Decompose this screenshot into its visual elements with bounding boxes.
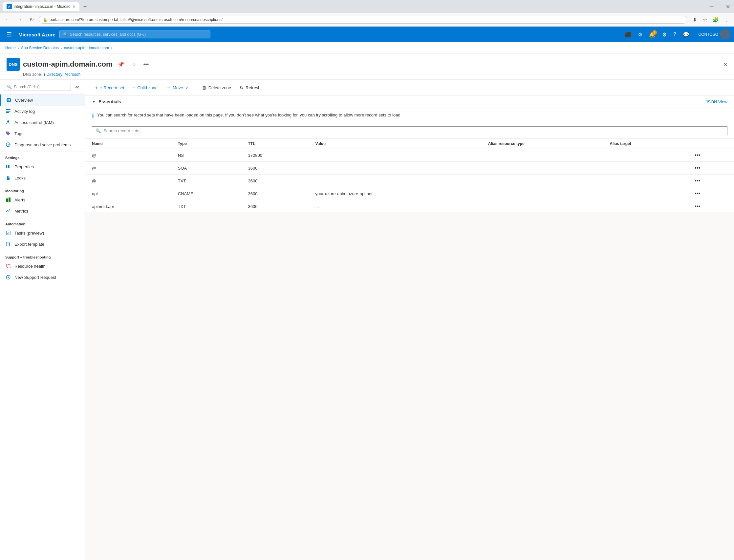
info-text: You can search for record sets that have… <box>97 112 402 118</box>
add-record-set-icon: + <box>95 85 98 90</box>
delete-zone-button[interactable]: 🗑 Delete zone <box>199 83 234 92</box>
sidebar-collapse-button[interactable]: ≪ <box>73 83 81 91</box>
reload-button[interactable]: ↻ <box>27 15 36 24</box>
move-button[interactable]: → Move ∨ <box>163 83 192 92</box>
browser-nav: ← → ↻ 🔒 portal.azure.com/?feature.custom… <box>0 13 734 26</box>
new-tab-button[interactable]: + <box>82 3 88 10</box>
tab-close-button[interactable]: ✕ <box>73 5 75 9</box>
breadcrumb-current[interactable]: custom-apim.domain.com <box>64 46 109 50</box>
cell-menu-2[interactable]: ••• <box>688 175 734 187</box>
sidebar-label-export-template: Export template <box>14 242 44 247</box>
refresh-label: Refresh <box>245 85 261 90</box>
sidebar-search[interactable]: 🔍 <box>4 83 71 91</box>
sidebar-item-activity-log[interactable]: Activity log <box>0 106 85 117</box>
main-layout: 🔍 ≪ Overview Activity log Access control… <box>0 80 734 560</box>
sidebar-item-tags[interactable]: Tags <box>0 128 85 139</box>
sidebar-search-input[interactable] <box>14 85 68 89</box>
more-button[interactable]: ⋮ <box>722 15 731 24</box>
sidebar-item-access-control[interactable]: Access control (IAM) <box>0 117 85 128</box>
sidebar-label-resource-health: Resource health <box>14 264 46 269</box>
search-records-input[interactable] <box>103 128 724 133</box>
sidebar-section-automation: Automation <box>0 218 85 227</box>
browser-tab[interactable]: A integration-ninjas.co.in - Microso ✕ <box>3 2 79 11</box>
row-context-menu-0[interactable]: ••• <box>695 152 700 158</box>
settings-icon[interactable]: ⚙ <box>660 29 669 40</box>
table-row: api CNAME 3600 your-azure-apim.azure-api… <box>85 187 734 200</box>
address-bar[interactable]: 🔒 portal.azure.com/?feature.customportal… <box>39 16 687 24</box>
delete-zone-icon: 🗑 <box>202 85 206 90</box>
breadcrumb-sep-3: › <box>111 46 112 50</box>
resource-directory-info: ℹ Directory: Microsoft <box>44 72 80 77</box>
table-row: @ SOA 3600 ••• <box>85 162 734 175</box>
json-view-link[interactable]: JSON View <box>706 99 727 104</box>
window-minimize-button[interactable]: ─ <box>708 2 715 11</box>
sidebar-item-tasks[interactable]: Tasks (preview) <box>0 227 85 239</box>
user-avatar[interactable]: 👤 <box>720 30 730 39</box>
sidebar-item-metrics[interactable]: Metrics <box>0 205 85 217</box>
bookmark-button[interactable]: ☆ <box>701 15 710 24</box>
sidebar-item-export-template[interactable]: Export template <box>0 239 85 250</box>
cell-type-2: TXT <box>171 175 241 187</box>
svg-rect-14 <box>9 197 10 202</box>
portal-settings-icon[interactable]: ⚙ <box>635 29 645 40</box>
cloud-shell-icon[interactable]: ⬛ <box>622 29 634 40</box>
alerts-icon <box>5 197 11 203</box>
window-maximize-button[interactable]: □ <box>717 2 723 11</box>
favorite-icon[interactable]: ☆ <box>130 59 138 70</box>
row-context-menu-4[interactable]: ••• <box>695 203 700 209</box>
cell-ttl-3: 3600 <box>241 187 309 200</box>
sidebar-item-diagnose[interactable]: ? Diagnose and solve problems <box>0 139 85 150</box>
row-context-menu-3[interactable]: ••• <box>695 191 700 196</box>
more-options-icon[interactable]: ••• <box>141 59 151 69</box>
help-icon[interactable]: ? <box>671 29 679 40</box>
refresh-button[interactable]: ↻ Refresh <box>236 83 264 92</box>
essentials-header[interactable]: ▼ Essentials JSON View <box>85 96 734 108</box>
row-context-menu-2[interactable]: ••• <box>695 178 700 183</box>
sidebar-label-locks: Locks <box>14 176 26 180</box>
notification-badge: 1 <box>652 30 657 35</box>
sidebar-item-locks[interactable]: Locks <box>0 172 85 183</box>
cell-alias-resource-1 <box>482 162 603 175</box>
close-resource-button[interactable]: ✕ <box>723 61 727 68</box>
feedback-icon[interactable]: 💬 <box>680 29 692 40</box>
breadcrumb-app-service-domains[interactable]: App Service Domains <box>21 46 59 50</box>
row-context-menu-1[interactable]: ••• <box>695 165 700 171</box>
back-button[interactable]: ← <box>3 15 12 24</box>
overview-icon <box>6 97 12 103</box>
sidebar-item-overview[interactable]: Overview <box>0 94 85 106</box>
sidebar-item-resource-health[interactable]: Resource health <box>0 260 85 272</box>
cell-alias-resource-4 <box>482 200 603 213</box>
cell-alias-resource-3 <box>482 187 603 200</box>
azure-search-bar[interactable]: 🔍 <box>59 31 210 38</box>
forward-button[interactable]: → <box>15 15 24 24</box>
hamburger-button[interactable]: ☰ <box>4 28 14 41</box>
download-button[interactable]: ⬇ <box>690 15 699 24</box>
pin-icon[interactable]: 📌 <box>116 59 126 70</box>
window-close-button[interactable]: ✕ <box>724 2 731 11</box>
cell-menu-1[interactable]: ••• <box>688 162 734 175</box>
essentials-title: Essentials <box>98 99 121 104</box>
access-control-icon <box>5 119 11 125</box>
azure-account[interactable]: CONTOSO 👤 <box>699 30 730 39</box>
add-record-set-button[interactable]: + + Record set <box>92 83 127 92</box>
svg-text:?: ? <box>8 143 10 147</box>
cell-menu-4[interactable]: ••• <box>688 200 734 213</box>
azure-search-input[interactable] <box>70 32 207 37</box>
sidebar-item-alerts[interactable]: Alerts <box>0 194 85 205</box>
cell-menu-0[interactable]: ••• <box>688 149 734 162</box>
cell-type-4: TXT <box>171 200 241 213</box>
add-child-zone-button[interactable]: + Child zone <box>129 83 161 92</box>
search-records[interactable]: 🔍 <box>92 126 727 135</box>
sidebar-item-new-support[interactable]: New Support Request <box>0 272 85 283</box>
content-toolbar: + + Record set + Child zone → Move ∨ 🗑 D… <box>85 80 734 96</box>
azure-topnav: ☰ Microsoft Azure 🔍 ⬛ ⚙ 🔔 1 ⚙ ? 💬 CONTOS… <box>0 27 734 42</box>
sidebar-item-properties[interactable]: Properties <box>0 161 85 172</box>
breadcrumb-home[interactable]: Home <box>5 46 16 50</box>
sidebar: 🔍 ≪ Overview Activity log Access control… <box>0 80 85 560</box>
cell-menu-3[interactable]: ••• <box>688 187 734 200</box>
extensions-button[interactable]: 🧩 <box>711 15 720 24</box>
sidebar-label-activity-log: Activity log <box>14 109 35 114</box>
cell-ttl-1: 3600 <box>241 162 309 175</box>
svg-rect-13 <box>6 198 8 202</box>
notifications-icon[interactable]: 🔔 1 <box>646 29 658 40</box>
